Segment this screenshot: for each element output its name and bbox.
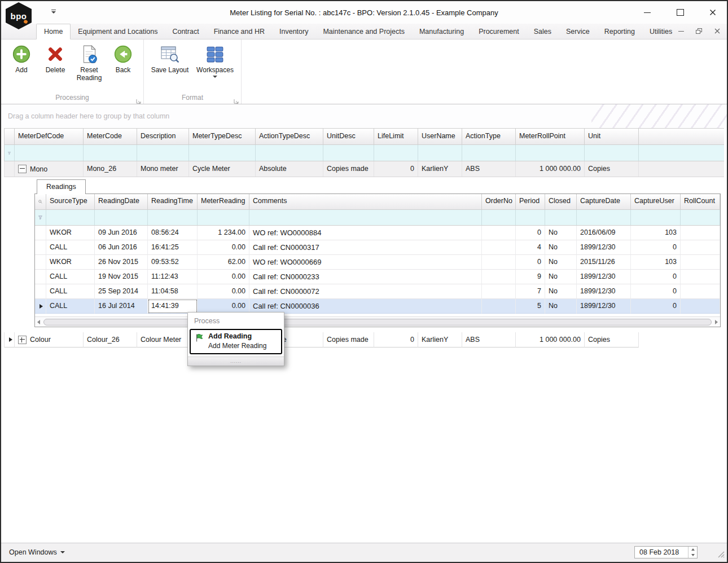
filter-cell-username[interactable] xyxy=(418,145,462,161)
filter-cell-orderno[interactable] xyxy=(482,210,516,225)
filter-cell-meterreading[interactable] xyxy=(198,210,249,225)
column-header-sourcetype[interactable]: SourceType xyxy=(46,194,95,209)
column-header-lifelimit[interactable]: LifeLimit xyxy=(374,129,418,144)
tab-sales[interactable]: Sales xyxy=(527,24,559,39)
column-header-username[interactable]: UserName xyxy=(418,129,462,144)
scroll-left-icon[interactable] xyxy=(37,320,40,324)
scroll-right-icon[interactable] xyxy=(715,320,718,324)
reading-row[interactable]: CALL 06 Jun 2016 16:41:25 0.00 Call ref:… xyxy=(35,240,720,255)
tab-inventory[interactable]: Inventory xyxy=(272,24,315,39)
tab-procurement[interactable]: Procurement xyxy=(471,24,527,39)
maximize-button[interactable] xyxy=(674,7,686,18)
save-layout-button[interactable]: Save Layout xyxy=(147,42,192,74)
menu-resize-handle[interactable]: ...... xyxy=(188,357,284,366)
filter-cell-metercode[interactable] xyxy=(84,145,137,161)
spin-down-button[interactable] xyxy=(688,552,697,558)
reading-row[interactable]: CALL 19 Nov 2015 11:12:43 0.00 Call ref:… xyxy=(35,270,720,284)
filter-cell-lifelimit[interactable] xyxy=(374,145,418,161)
back-button[interactable]: Back xyxy=(106,42,140,74)
tab-readings[interactable]: Readings xyxy=(37,179,86,194)
column-header-unit[interactable]: Unit xyxy=(585,129,639,144)
add-reading-menu-item[interactable]: Add Reading Add Meter Reading xyxy=(190,329,282,354)
scrollbar-thumb[interactable] xyxy=(43,319,712,326)
close-button[interactable] xyxy=(707,7,719,18)
filter-cell-capturedate[interactable] xyxy=(577,210,631,225)
cell-period: 5 xyxy=(516,299,545,314)
ribbon-empty-area xyxy=(242,39,727,104)
grid-row-mono[interactable]: Mono Mono_26 Mono meter Cycle Meter Abso… xyxy=(4,161,724,177)
column-header-meterdefcode[interactable]: MeterDefCode xyxy=(15,129,84,144)
mdi-restore-button[interactable] xyxy=(695,27,703,35)
cell-captureuser: 0 xyxy=(631,270,681,284)
column-header-meterrollpoint[interactable]: MeterRollPoint xyxy=(516,129,585,144)
reset-reading-icon xyxy=(79,44,99,64)
filter-cell-readingdate[interactable] xyxy=(95,210,148,225)
tab-finance-and-hr[interactable]: Finance and HR xyxy=(207,24,272,39)
grid-row-colour[interactable]: Colour Colour_26 Colour Meter Cycle Mete… xyxy=(4,332,724,348)
filter-cell-description[interactable] xyxy=(137,145,189,161)
delete-button[interactable]: Delete xyxy=(38,42,72,74)
tab-maintenance-and-projects[interactable]: Maintenance and Projects xyxy=(315,24,412,39)
horizontal-scrollbar[interactable] xyxy=(35,316,720,327)
spin-up-button[interactable] xyxy=(688,547,697,552)
filter-cell-closed[interactable] xyxy=(545,210,577,225)
column-header-actiontype[interactable]: ActionType xyxy=(462,129,516,144)
workspaces-button[interactable]: Workspaces xyxy=(192,42,238,78)
tab-contract[interactable]: Contract xyxy=(165,24,206,39)
column-header-captureuser[interactable]: CaptureUser xyxy=(631,194,681,209)
cell-capturedate: 2016/06/09 xyxy=(577,226,631,240)
group-by-panel[interactable]: Drag a column header here to group by th… xyxy=(1,104,727,128)
filter-cell-readingtime[interactable] xyxy=(148,210,198,225)
filter-cell-rollcount[interactable] xyxy=(681,210,720,225)
tab-service[interactable]: Service xyxy=(559,24,597,39)
reading-row[interactable]: WKOR 26 Nov 2015 09:53:52 62.00 WO ref: … xyxy=(35,255,720,270)
filter-cell-captureuser[interactable] xyxy=(631,210,681,225)
column-header-actiontypedesc[interactable]: ActionTypeDesc xyxy=(256,129,323,144)
column-header-comments[interactable]: Comments xyxy=(249,194,482,209)
column-header-capturedate[interactable]: CaptureDate xyxy=(577,194,631,209)
header-indicator-cell xyxy=(5,129,15,144)
tab-home[interactable]: Home xyxy=(36,24,71,39)
column-header-unitdesc[interactable]: UnitDesc xyxy=(323,129,374,144)
reading-row-selected[interactable]: CALL 16 Jul 2014 14:41:39 0.00 Call ref:… xyxy=(35,299,720,314)
column-header-meterreading[interactable]: MeterReading xyxy=(198,194,249,209)
tab-utilities[interactable]: Utilities xyxy=(642,24,679,39)
mdi-close-button[interactable] xyxy=(713,27,721,35)
dialog-launcher-icon[interactable] xyxy=(234,96,239,101)
filter-cell-meterrollpoint[interactable] xyxy=(516,145,585,161)
mdi-minimize-button[interactable] xyxy=(677,27,685,35)
tab-manufacturing[interactable]: Manufacturing xyxy=(412,24,471,39)
filter-cell-meterdefcode[interactable] xyxy=(15,145,84,161)
filter-cell-unit[interactable] xyxy=(585,145,639,161)
tab-reporting[interactable]: Reporting xyxy=(597,24,642,39)
filter-cell-sourcetype[interactable] xyxy=(46,210,95,225)
reading-row[interactable]: WKOR 09 Jun 2016 08:56:24 1 234.00 WO re… xyxy=(35,226,720,240)
filter-cell-actiontypedesc[interactable] xyxy=(256,145,323,161)
column-header-period[interactable]: Period xyxy=(516,194,545,209)
column-header-rollcount[interactable]: RollCount xyxy=(681,194,720,209)
column-header-description[interactable]: Description xyxy=(137,129,189,144)
filter-cell-metertypedesc[interactable] xyxy=(189,145,256,161)
resize-grip-icon[interactable] xyxy=(716,549,725,560)
open-windows-button[interactable]: Open Windows xyxy=(9,548,65,556)
filter-cell-unitdesc[interactable] xyxy=(323,145,374,161)
reading-row[interactable]: CALL 25 Sep 2014 11:04:58 0.00 Call ref:… xyxy=(35,284,720,299)
add-button[interactable]: Add xyxy=(5,42,38,74)
tab-equipment-and-locations[interactable]: Equipment and Locations xyxy=(71,24,165,39)
filter-cell-actiontype[interactable] xyxy=(462,145,516,161)
collapse-icon[interactable] xyxy=(18,165,27,173)
column-header-metertypedesc[interactable]: MeterTypeDesc xyxy=(189,129,256,144)
filter-cell-period[interactable] xyxy=(516,210,545,225)
expand-icon[interactable] xyxy=(18,336,27,344)
reset-reading-button[interactable]: Reset Reading xyxy=(72,42,106,82)
minimize-button[interactable] xyxy=(641,7,654,18)
column-header-readingtime[interactable]: ReadingTime xyxy=(148,194,198,209)
column-header-closed[interactable]: Closed xyxy=(545,194,577,209)
column-header-metercode[interactable]: MeterCode xyxy=(84,129,137,144)
dialog-launcher-icon[interactable] xyxy=(136,96,141,101)
date-editor[interactable]: 08 Feb 2018 xyxy=(634,546,698,558)
cell-readingtime: 11:12:43 xyxy=(148,270,198,284)
filter-cell-comments[interactable] xyxy=(249,210,482,225)
column-header-orderno[interactable]: OrderNo xyxy=(482,194,516,209)
column-header-readingdate[interactable]: ReadingDate xyxy=(95,194,148,209)
